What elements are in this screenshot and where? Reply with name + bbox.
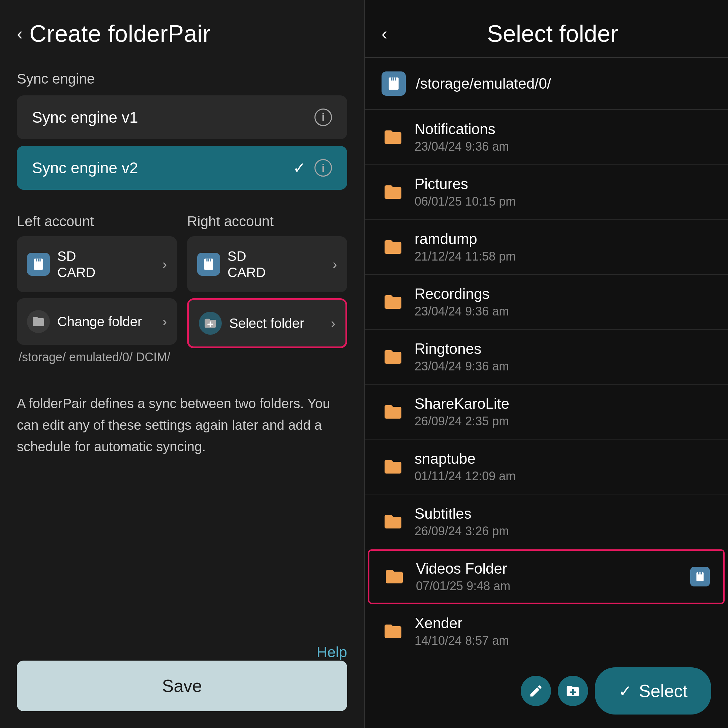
right-header: ‹ Select folder xyxy=(365,0,728,58)
folder-svg-9 xyxy=(383,621,403,641)
folder-date-3: 23/04/24 9:36 am xyxy=(414,304,711,318)
left-sd-card-inner: SDCARD xyxy=(27,248,95,280)
svg-rect-5 xyxy=(206,258,207,261)
folder-svg-7 xyxy=(383,512,403,532)
folder-icon-4 xyxy=(382,346,404,369)
svg-rect-13 xyxy=(698,572,699,575)
svg-rect-15 xyxy=(701,572,702,575)
edit-fab-button[interactable] xyxy=(521,676,551,706)
folder-info-3: Recordings 23/04/24 9:36 am xyxy=(414,286,711,318)
right-add-folder-icon xyxy=(199,312,222,335)
svg-rect-7 xyxy=(210,258,211,261)
sync-engine-label: Sync engine xyxy=(17,71,347,87)
storage-sd-svg xyxy=(386,76,401,91)
svg-rect-1 xyxy=(36,258,37,261)
svg-rect-2 xyxy=(38,258,39,261)
right-sd-card-button[interactable]: SDCARD › xyxy=(187,236,347,292)
folder-item[interactable]: Pictures 06/01/25 10:15 pm xyxy=(365,165,728,220)
folder-svg-8 xyxy=(384,567,404,587)
engine-v2-option[interactable]: Sync engine v2 ✓ i xyxy=(17,146,347,190)
save-button[interactable]: Save xyxy=(17,661,347,711)
folder-info-2: ramdump 21/12/24 11:58 pm xyxy=(414,231,711,263)
left-change-folder-chevron-icon: › xyxy=(162,314,167,329)
left-sd-icon xyxy=(27,253,50,276)
storage-root-path: /storage/emulated/0/ xyxy=(416,75,551,92)
right-select-folder-chevron-icon: › xyxy=(331,316,335,331)
edit-icon xyxy=(528,684,543,698)
left-change-folder-text: Change folder xyxy=(57,314,142,330)
folder-name-7: Subtitles xyxy=(414,505,711,522)
folder-info-9: Xender 14/10/24 8:57 am xyxy=(414,615,711,648)
right-footer: ✓ Select xyxy=(365,654,728,728)
folder-info-8: Videos Folder 07/01/25 9:48 am xyxy=(416,560,690,593)
folder-name-2: ramdump xyxy=(414,231,711,248)
folder-item[interactable]: ramdump 21/12/24 11:58 pm xyxy=(365,220,728,275)
engine-v2-check-icon: ✓ xyxy=(293,159,306,177)
svg-rect-14 xyxy=(700,572,701,575)
help-link[interactable]: Help xyxy=(17,644,347,661)
folder-date-7: 26/09/24 3:26 pm xyxy=(414,524,711,538)
right-sd-svg xyxy=(202,257,216,271)
folder-item[interactable]: ShareKaroLite 26/09/24 2:35 pm xyxy=(365,385,728,439)
folder-name-4: Ringtones xyxy=(414,340,711,357)
folder-info-4: Ringtones 23/04/24 9:36 am xyxy=(414,340,711,373)
folder-icon-8 xyxy=(383,565,406,588)
folder-svg-4 xyxy=(383,347,403,367)
add-fab-button[interactable] xyxy=(558,676,588,706)
engine-v1-icons: i xyxy=(315,109,332,126)
svg-rect-6 xyxy=(208,258,209,261)
engine-v2-info-icon[interactable]: i xyxy=(315,159,332,177)
folder-name-0: Notifications xyxy=(414,121,711,138)
svg-rect-9 xyxy=(391,78,393,81)
right-account-col: Right account SDCARD › xyxy=(187,213,347,366)
left-sd-chevron-icon: › xyxy=(162,257,167,272)
folder-info-5: ShareKaroLite 26/09/24 2:35 pm xyxy=(414,395,711,428)
storage-root-icon xyxy=(382,72,406,96)
folder-item[interactable]: Videos Folder 07/01/25 9:48 am xyxy=(368,549,725,604)
folder-date-0: 23/04/24 9:36 am xyxy=(414,139,711,154)
right-panel: ‹ Select folder /storage/emulated/0/ Not… xyxy=(364,0,728,728)
folder-item[interactable]: Recordings 23/04/24 9:36 am xyxy=(365,275,728,330)
engine-v2-icons: ✓ i xyxy=(293,159,332,177)
select-check-icon: ✓ xyxy=(618,682,632,700)
left-back-button[interactable]: ‹ xyxy=(17,25,23,43)
engine-v1-option[interactable]: Sync engine v1 i xyxy=(17,95,347,139)
right-select-folder-button[interactable]: Select folder › xyxy=(187,298,347,348)
svg-rect-10 xyxy=(393,78,394,81)
select-button-label: Select xyxy=(639,681,688,701)
folder-list: Notifications 23/04/24 9:36 am Pictures … xyxy=(365,110,728,654)
folder-item[interactable]: Xender 14/10/24 8:57 am xyxy=(365,604,728,654)
folder-item[interactable]: Subtitles 26/09/24 3:26 pm xyxy=(365,494,728,549)
folder-item[interactable]: snaptube 01/11/24 12:09 am xyxy=(365,439,728,494)
left-sd-card-button[interactable]: SDCARD › xyxy=(17,236,177,292)
folder-info-6: snaptube 01/11/24 12:09 am xyxy=(414,450,711,483)
right-sd-icon xyxy=(197,253,220,276)
folder-date-2: 21/12/24 11:58 pm xyxy=(414,249,711,263)
left-sd-text: SDCARD xyxy=(57,248,95,280)
folder-svg-5 xyxy=(383,402,403,422)
engine-v1-info-icon[interactable]: i xyxy=(315,109,332,126)
folder-date-8: 07/01/25 9:48 am xyxy=(416,579,690,593)
folder-icon-3 xyxy=(382,291,404,314)
left-sd-svg xyxy=(32,257,45,271)
right-account-label: Right account xyxy=(187,213,347,229)
folder-icon-9 xyxy=(382,620,404,643)
folder-icon-7 xyxy=(382,510,404,533)
folder-date-1: 06/01/25 10:15 pm xyxy=(414,194,711,209)
folder-item[interactable]: Ringtones 23/04/24 9:36 am xyxy=(365,330,728,385)
folder-icon-1 xyxy=(382,180,404,203)
folder-svg-6 xyxy=(383,457,403,477)
folder-icon-2 xyxy=(382,236,404,258)
select-button[interactable]: ✓ Select xyxy=(595,667,711,714)
storage-root-row[interactable]: /storage/emulated/0/ xyxy=(365,58,728,110)
folder-icon-0 xyxy=(382,126,404,148)
right-select-folder-text: Select folder xyxy=(229,315,304,331)
folder-badge-sd-svg-8 xyxy=(694,571,705,582)
folder-name-6: snaptube xyxy=(414,450,711,467)
right-back-button[interactable]: ‹ xyxy=(382,25,387,43)
left-change-folder-button[interactable]: Change folder › xyxy=(17,298,177,345)
right-sd-text: SDCARD xyxy=(228,248,266,280)
folder-item[interactable]: Notifications 23/04/24 9:36 am xyxy=(365,110,728,165)
left-folder-dark-icon xyxy=(27,310,50,333)
folder-svg-1 xyxy=(383,182,403,202)
